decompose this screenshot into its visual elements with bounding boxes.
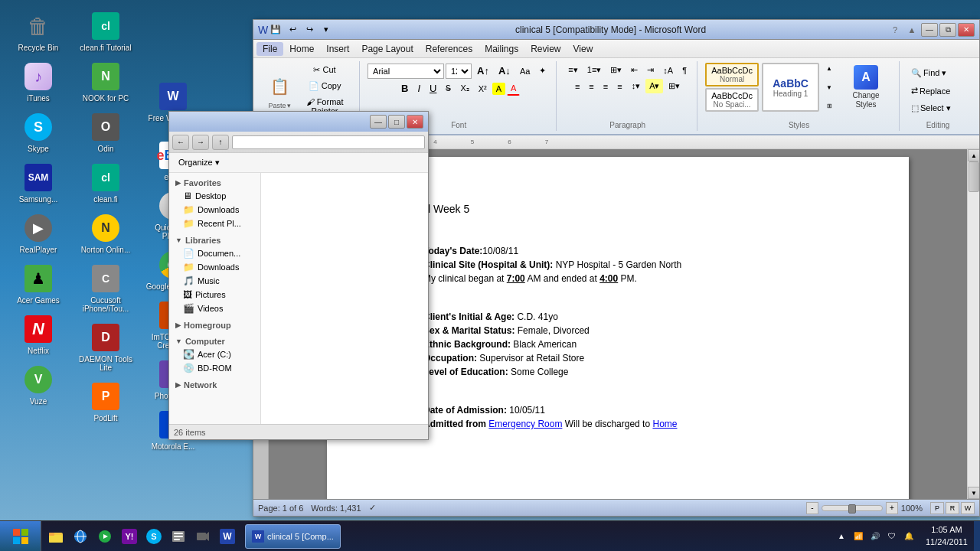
sidebar-item-downloads[interactable]: 📁 Downloads bbox=[169, 203, 260, 217]
change-styles-button[interactable]: A Change Styles bbox=[839, 63, 893, 112]
shading-button[interactable]: A▾ bbox=[645, 79, 663, 93]
sort-button[interactable]: ↕A bbox=[659, 64, 677, 77]
speaker-icon[interactable]: 🔊 bbox=[867, 523, 883, 550]
word-restore-btn[interactable]: ⧉ bbox=[939, 23, 956, 37]
change-case-button[interactable]: Aa bbox=[516, 64, 534, 78]
sidebar-item-recent[interactable]: 📁 Recent Pl... bbox=[169, 217, 260, 230]
clear-formatting-button[interactable]: ✦ bbox=[535, 64, 550, 78]
explorer-up-btn[interactable]: ↑ bbox=[212, 135, 229, 150]
desktop-icon-norton[interactable]: N Norton Onlin... bbox=[75, 210, 136, 257]
web-layout-btn[interactable]: W bbox=[961, 502, 975, 514]
explorer-address-bar[interactable] bbox=[232, 135, 425, 149]
multilevel-list-button[interactable]: ⊞▾ bbox=[606, 63, 626, 77]
network-icon[interactable]: 📶 bbox=[851, 523, 866, 550]
tray-arrow-icon[interactable]: ▲ bbox=[834, 523, 849, 550]
word-help-btn[interactable]: ? bbox=[887, 23, 903, 37]
numbering-button[interactable]: 1≡▾ bbox=[583, 63, 606, 77]
shrink-font-button[interactable]: A↓ bbox=[495, 63, 514, 79]
copy-button[interactable]: 📄 Copy bbox=[296, 79, 353, 93]
desktop-icon-realplayer[interactable]: ▶ RealPlayer bbox=[8, 210, 69, 257]
home-link[interactable]: Home bbox=[652, 419, 677, 429]
undo-button[interactable]: ↩ bbox=[285, 23, 300, 37]
print-layout-btn[interactable]: P bbox=[930, 502, 944, 514]
desktop-icon-netflix[interactable]: N Netflix bbox=[8, 311, 69, 358]
scroll-track[interactable] bbox=[968, 161, 979, 487]
superscript-button[interactable]: X² bbox=[475, 82, 491, 96]
menu-review[interactable]: Review bbox=[524, 42, 567, 56]
taskbar-word-icon[interactable]: W bbox=[216, 523, 239, 550]
explorer-close-btn[interactable]: ✕ bbox=[407, 115, 423, 129]
zoom-in-btn[interactable]: + bbox=[886, 502, 898, 514]
desktop-icon-odin[interactable]: O Odin bbox=[75, 109, 136, 156]
borders-button[interactable]: ⊞▾ bbox=[665, 79, 684, 93]
customize-qa-button[interactable]: ▾ bbox=[318, 23, 334, 37]
bold-button[interactable]: B bbox=[397, 80, 412, 96]
underline-button[interactable]: U bbox=[426, 80, 440, 96]
explorer-maximize-btn[interactable]: □ bbox=[388, 115, 405, 129]
desktop-icon-vuze[interactable]: V Vuze bbox=[8, 361, 69, 409]
sidebar-item-downloads2[interactable]: 📁 Downloads bbox=[169, 260, 260, 274]
styles-more[interactable]: ⊞ bbox=[822, 100, 836, 112]
menu-mailings[interactable]: Mailings bbox=[479, 42, 524, 56]
word-minimize-btn[interactable]: — bbox=[921, 23, 938, 37]
align-center-button[interactable]: ≡ bbox=[585, 80, 597, 93]
scroll-up-btn[interactable]: ▲ bbox=[968, 149, 979, 161]
font-color-button[interactable]: A bbox=[507, 81, 520, 96]
full-reading-btn[interactable]: R bbox=[946, 502, 959, 514]
menu-references[interactable]: References bbox=[420, 42, 479, 56]
taskbar-media-icon[interactable] bbox=[93, 523, 116, 550]
desktop-icon-cleanfi2[interactable]: cl clean.fi bbox=[75, 159, 136, 207]
increase-indent-button[interactable]: ⇥ bbox=[643, 63, 658, 77]
align-left-button[interactable]: ≡ bbox=[571, 80, 583, 93]
zoom-slider[interactable] bbox=[822, 505, 883, 511]
taskbar-explorer-icon[interactable] bbox=[44, 523, 67, 550]
redo-button[interactable]: ↪ bbox=[302, 23, 317, 37]
desktop-icon-podlift[interactable]: P PodLift bbox=[75, 378, 136, 425]
word-close-btn[interactable]: ✕ bbox=[958, 23, 975, 37]
style-h1-box[interactable]: AaBbC Heading 1 bbox=[762, 63, 819, 112]
save-button[interactable]: 💾 bbox=[268, 23, 283, 37]
explorer-forward-btn[interactable]: → bbox=[192, 135, 209, 150]
desktop-icon-itunes[interactable]: ♪ iTunes bbox=[8, 58, 69, 106]
menu-insert[interactable]: Insert bbox=[320, 42, 355, 56]
styles-scroll-down[interactable]: ▼ bbox=[822, 82, 836, 93]
strikethrough-button[interactable]: S̶ bbox=[442, 81, 455, 96]
justify-button[interactable]: ≡ bbox=[613, 80, 626, 93]
desktop-icon-nook[interactable]: N NOOK for PC bbox=[75, 58, 136, 106]
align-right-button[interactable]: ≡ bbox=[599, 80, 612, 93]
start-button[interactable] bbox=[0, 521, 41, 552]
taskbar-ie-icon[interactable] bbox=[69, 523, 92, 550]
line-spacing-button[interactable]: ↕▾ bbox=[628, 79, 645, 93]
spell-check-icon[interactable]: ✓ bbox=[369, 503, 376, 513]
sidebar-item-music[interactable]: 🎵 Music bbox=[169, 274, 260, 288]
desktop-icon-samsung[interactable]: SAM Samsung... bbox=[8, 159, 69, 207]
desktop-icon-daemon[interactable]: D DAEMON Tools Lite bbox=[75, 319, 136, 375]
menu-view[interactable]: View bbox=[567, 42, 599, 56]
decrease-indent-button[interactable]: ⇤ bbox=[627, 63, 642, 77]
sidebar-item-pictures[interactable]: 🖼 Pictures bbox=[169, 288, 260, 302]
desktop-icon-cucusoft[interactable]: C Cucusoft iPhone/iTou... bbox=[75, 260, 136, 316]
scroll-down-btn[interactable]: ▼ bbox=[968, 487, 979, 499]
text-highlight-button[interactable]: A bbox=[492, 83, 505, 95]
paste-dropdown[interactable]: Paste ▾ bbox=[268, 102, 290, 109]
desktop-icon-acer-games[interactable]: ♟ Acer Games bbox=[8, 260, 69, 308]
paste-button[interactable]: 📋 bbox=[264, 71, 295, 102]
menu-page-layout[interactable]: Page Layout bbox=[355, 42, 419, 56]
emergency-room-link[interactable]: Emergency Room bbox=[488, 419, 562, 429]
word-ribbon-toggle[interactable]: ▲ bbox=[904, 23, 920, 37]
taskbar-clock[interactable]: 1:05 AM 11/24/2011 bbox=[920, 524, 974, 548]
sidebar-libraries-title[interactable]: ▼ Libraries bbox=[169, 233, 260, 246]
find-button[interactable]: 🔍 Find ▾ bbox=[907, 66, 969, 80]
font-size-selector[interactable]: 12 bbox=[446, 64, 472, 79]
styles-scroll-up[interactable]: ▲ bbox=[822, 63, 836, 74]
explorer-minimize-btn[interactable]: — bbox=[370, 115, 387, 129]
style-nospace-box[interactable]: AaBbCcDc No Spaci... bbox=[705, 88, 759, 112]
font-name-selector[interactable]: Arial bbox=[368, 64, 444, 79]
bullets-button[interactable]: ≡▾ bbox=[564, 63, 581, 77]
sidebar-item-desktop[interactable]: 🖥 Desktop bbox=[169, 189, 260, 203]
italic-button[interactable]: I bbox=[413, 80, 424, 96]
style-normal-box[interactable]: AaBbCcDc Normal bbox=[705, 63, 759, 86]
sidebar-item-bdrom[interactable]: 💿 BD-ROM bbox=[169, 361, 260, 375]
show-hide-button[interactable]: ¶ bbox=[678, 64, 691, 77]
shield-icon[interactable]: 🛡 bbox=[884, 523, 900, 550]
